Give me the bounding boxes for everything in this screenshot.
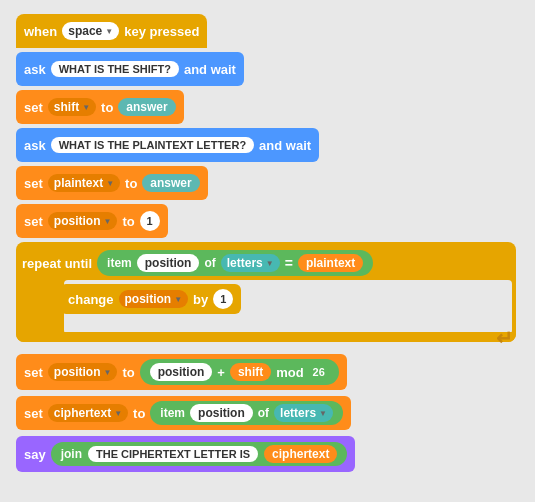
mod-label: mod: [276, 365, 303, 380]
item-label1: item: [107, 256, 132, 270]
set3-block[interactable]: set position ▼ to 1: [16, 204, 168, 238]
ciphertext-value: ciphertext: [264, 445, 337, 463]
when-block[interactable]: when space ▼ key pressed: [16, 14, 207, 48]
ask2-block[interactable]: ask WHAT IS THE PLAINTEXT LETTER? and wa…: [16, 128, 319, 162]
ask2-label: ask: [24, 138, 46, 153]
ask1-block[interactable]: ask WHAT IS THE SHIFT? and wait: [16, 52, 244, 86]
set2-to: to: [125, 176, 137, 191]
space-dropdown[interactable]: space ▼: [62, 22, 119, 40]
dropdown-arrow-icon: ▼: [114, 409, 122, 418]
return-arrow-icon: ↵: [496, 326, 513, 350]
dropdown-arrow-icon: ▼: [174, 295, 182, 304]
ask1-post: and wait: [184, 62, 236, 77]
item-pos-letters[interactable]: item position of letters ▼: [150, 401, 343, 425]
dropdown-arrow-icon: ▼: [319, 409, 327, 418]
set1-to: to: [101, 100, 113, 115]
set5-block[interactable]: set ciphertext ▼ to item position of let…: [16, 396, 351, 430]
set2-block[interactable]: set plaintext ▼ to answer: [16, 166, 208, 200]
repeat-label: repeat until: [22, 256, 92, 271]
of-label2: of: [258, 406, 269, 420]
plaintext-dropdown[interactable]: plaintext ▼: [48, 174, 120, 192]
join-pill[interactable]: join THE CIPHERTEXT LETTER IS ciphertext: [51, 442, 348, 466]
cipher-text-literal: THE CIPHERTEXT LETTER IS: [88, 446, 258, 462]
key-pressed-label: key pressed: [124, 24, 199, 39]
join-label: join: [61, 447, 82, 461]
set1-answer: answer: [118, 98, 175, 116]
set3-value: 1: [140, 211, 160, 231]
dropdown-arrow-icon: ▼: [106, 179, 114, 188]
eq-sign: =: [285, 255, 293, 271]
set4-to: to: [122, 365, 134, 380]
item-label2: item: [160, 406, 185, 420]
shift-dropdown[interactable]: shift ▼: [48, 98, 96, 116]
set5-to: to: [133, 406, 145, 421]
position-dropdown[interactable]: position ▼: [48, 212, 118, 230]
plus-sign: +: [217, 365, 225, 380]
set1-label: set: [24, 100, 43, 115]
dropdown-arrow-icon: ▼: [82, 103, 90, 112]
change-block[interactable]: change position ▼ by 1: [60, 284, 241, 314]
set2-label: set: [24, 176, 43, 191]
ask2-post: and wait: [259, 138, 311, 153]
ciphertext-dropdown[interactable]: ciphertext ▼: [48, 404, 128, 422]
set4-label: set: [24, 365, 43, 380]
dropdown-arrow-icon: ▼: [266, 259, 274, 268]
dropdown-arrow-icon: ▼: [103, 368, 111, 377]
position-shift-mod[interactable]: position + shift mod 26: [140, 359, 339, 385]
say-label: say: [24, 447, 46, 462]
letters-dropdown1[interactable]: letters ▼: [221, 254, 280, 272]
position-pill1: position: [137, 254, 200, 272]
change-position-dropdown[interactable]: position ▼: [119, 290, 189, 308]
set5-label: set: [24, 406, 43, 421]
ask2-text: WHAT IS THE PLAINTEXT LETTER?: [51, 137, 254, 153]
scratch-canvas: when space ▼ key pressed ask WHAT IS THE…: [0, 0, 535, 502]
shift-label: shift: [230, 363, 271, 381]
position-pill2: position: [190, 404, 253, 422]
set3-label: set: [24, 214, 43, 229]
set4-position-dropdown[interactable]: position ▼: [48, 363, 118, 381]
mod-value: 26: [309, 362, 329, 382]
say-block[interactable]: say join THE CIPHERTEXT LETTER IS cipher…: [16, 436, 355, 472]
plaintext-pill: plaintext: [298, 254, 363, 272]
change-value: 1: [213, 289, 233, 309]
set4-block[interactable]: set position ▼ to position + shift mod 2…: [16, 354, 347, 390]
change-by: by: [193, 292, 208, 307]
ask1-text: WHAT IS THE SHIFT?: [51, 61, 179, 77]
repeat-condition[interactable]: item position of letters ▼ = plaintext: [97, 250, 373, 276]
when-label: when: [24, 24, 57, 39]
pos-label: position: [150, 363, 213, 381]
letters-dropdown2[interactable]: letters ▼: [274, 404, 333, 422]
repeat-until-row: repeat until item position of letters ▼ …: [22, 248, 373, 278]
dropdown-arrow-icon: ▼: [103, 217, 111, 226]
dropdown-arrow-icon: ▼: [105, 27, 113, 36]
set2-answer: answer: [142, 174, 199, 192]
repeat-bottom: [16, 332, 516, 342]
set3-to: to: [122, 214, 134, 229]
of-label1: of: [204, 256, 215, 270]
set1-block[interactable]: set shift ▼ to answer: [16, 90, 184, 124]
ask1-label: ask: [24, 62, 46, 77]
change-label: change: [68, 292, 114, 307]
